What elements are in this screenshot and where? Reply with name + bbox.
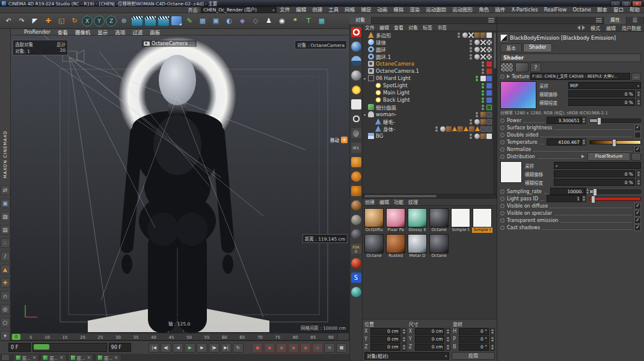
attr-mode-item[interactable]: 编辑 (603, 25, 619, 31)
stepper-icon[interactable] (490, 336, 495, 343)
record-parameter-button[interactable]: ◉ (300, 343, 311, 353)
viewport-menu-item[interactable]: 过滤 (129, 28, 146, 35)
play-button[interactable]: ▶ (185, 343, 195, 353)
workplane-mode-icon[interactable]: ▤ (1, 225, 10, 235)
octane-hdri-environment-button[interactable] (351, 56, 361, 66)
shader-gradient-button[interactable] (515, 63, 529, 72)
keyframe-dot[interactable] (500, 218, 504, 223)
material-thumbnail[interactable] (473, 208, 492, 227)
checker-tag-icon[interactable] (486, 47, 492, 52)
close-button[interactable]: × (632, 1, 642, 7)
subdivision-surface-icon[interactable]: ▦ (197, 15, 209, 27)
close-icon[interactable] (32, 356, 37, 360)
panel-menu-icon[interactable] (596, 18, 602, 23)
spline-pen-icon[interactable]: ✎ (183, 15, 195, 27)
object-name[interactable]: OctaneCamera (376, 61, 414, 67)
cast-shadows-checkbox[interactable]: ✓ (634, 224, 641, 231)
keyframe-dot[interactable] (500, 226, 504, 230)
tex-brown-tag-icon[interactable] (458, 126, 463, 132)
material-thumbnail[interactable] (364, 234, 384, 253)
keyframe-dot[interactable] (500, 75, 504, 79)
object-row[interactable]: 睫毛- (363, 118, 493, 125)
tex-brown-tag-icon[interactable] (474, 32, 480, 38)
move-tool-icon[interactable]: ✚ (42, 15, 54, 27)
viewport-filter-icon[interactable]: ◎ (1, 304, 10, 314)
phong-tag-icon[interactable] (474, 47, 480, 52)
object-row[interactable]: SpotLight (363, 82, 493, 89)
expand-icon[interactable]: ▾ (364, 76, 368, 81)
goto-start-button[interactable]: |◀ (149, 343, 159, 353)
menu-item[interactable]: 帮助 (627, 7, 643, 13)
material-item[interactable]: Octane (429, 234, 449, 259)
coord-mode-dropdown[interactable]: 对象(相对) (364, 352, 449, 360)
stepper-icon[interactable] (402, 344, 406, 351)
shader-texture-button[interactable] (500, 63, 514, 72)
object-row[interactable]: 球体 (363, 39, 493, 46)
menu-item[interactable]: 创建 (309, 7, 325, 13)
xtag-tag-icon[interactable] (480, 40, 486, 45)
next-key-button[interactable]: |▶ (209, 343, 219, 353)
object-name[interactable]: 细分曲面 (376, 103, 396, 111)
visibility-dots[interactable] (458, 32, 460, 38)
object-row[interactable]: Main Light (363, 89, 493, 96)
dock-tab[interactable]: 层... (13, 354, 39, 361)
keyframe-dot[interactable] (500, 211, 504, 215)
blur-offset-field[interactable]: 0 % (568, 90, 635, 97)
distribution-button[interactable]: FloatTexture (587, 152, 630, 161)
phong-tag-icon[interactable] (474, 119, 480, 125)
keyframe-dot[interactable] (500, 190, 504, 194)
power-slider[interactable] (589, 119, 641, 123)
light-pass-id-field[interactable]: 1 (547, 195, 581, 202)
object-row[interactable]: 细分曲面 (363, 103, 493, 111)
array-icon[interactable]: ▣ (210, 15, 222, 27)
object-row[interactable]: OctaneCamera (363, 60, 493, 67)
tag-strip[interactable] (440, 126, 492, 132)
stepper-icon[interactable] (636, 179, 641, 186)
temperature-slider[interactable] (589, 140, 641, 144)
menu-item[interactable]: 运动图形 (449, 7, 476, 13)
distribution-expand-icon[interactable] (581, 155, 584, 158)
object-name[interactable]: Back Light (383, 97, 410, 103)
tag-strip[interactable] (474, 54, 492, 60)
convert-selection-icon[interactable]: ⇄ (1, 185, 10, 195)
blue-tag-icon[interactable] (486, 97, 492, 103)
tag-strip[interactable] (474, 134, 492, 139)
history-forward-icon[interactable] (582, 25, 585, 30)
material-thumbnail[interactable] (408, 208, 427, 227)
solo-mode-icon[interactable]: ○ (1, 318, 10, 327)
visibility-dots[interactable] (476, 112, 478, 117)
octane-scatter-button[interactable] (351, 157, 361, 167)
lock-icon[interactable]: ▾ (1, 331, 10, 341)
stepper-icon[interactable] (636, 90, 641, 97)
material-menu-item[interactable]: 纹理 (406, 199, 420, 205)
coord-field[interactable]: 0 cm (415, 336, 445, 343)
object-name[interactable]: 圆环.1 (376, 53, 391, 60)
keyframe-dot[interactable] (500, 147, 504, 152)
checker-tag-icon[interactable] (486, 54, 492, 60)
dock-tab[interactable]: 层... (40, 354, 66, 361)
octane-ies-light-button[interactable]: IES (351, 143, 361, 153)
menu-item[interactable]: Octane (569, 7, 594, 13)
dock-tab[interactable]: 层... (95, 354, 121, 361)
coord-field[interactable]: 0 ° (459, 344, 489, 351)
close-icon[interactable] (114, 356, 118, 360)
coord-field[interactable]: 0 cm (415, 344, 445, 351)
attr-mode-item[interactable]: 用户数据 (619, 25, 644, 31)
xtag-tag-icon[interactable] (480, 47, 486, 52)
object-name[interactable]: 多边形 (376, 31, 391, 39)
maximize-button[interactable]: □ (621, 1, 631, 7)
blue-tag-icon[interactable] (486, 76, 492, 81)
prorender-menu[interactable]: ProRender (20, 29, 54, 35)
white-tag-icon[interactable] (486, 32, 492, 38)
end-frame-field[interactable]: 90 F (109, 343, 131, 352)
help-button[interactable]: ? (530, 63, 541, 72)
white-tag-icon[interactable] (486, 134, 492, 139)
visibility-dots[interactable] (470, 40, 472, 45)
stepper-icon[interactable] (446, 328, 450, 335)
tag-strip[interactable] (480, 76, 492, 81)
double-sided-checkbox[interactable] (634, 132, 641, 138)
om-menu-item[interactable]: 标签 (420, 24, 435, 31)
warn-tag-icon[interactable] (464, 126, 468, 131)
record-scale-button[interactable]: ◉ (276, 343, 287, 353)
x-axis-lock[interactable]: X (82, 16, 93, 26)
